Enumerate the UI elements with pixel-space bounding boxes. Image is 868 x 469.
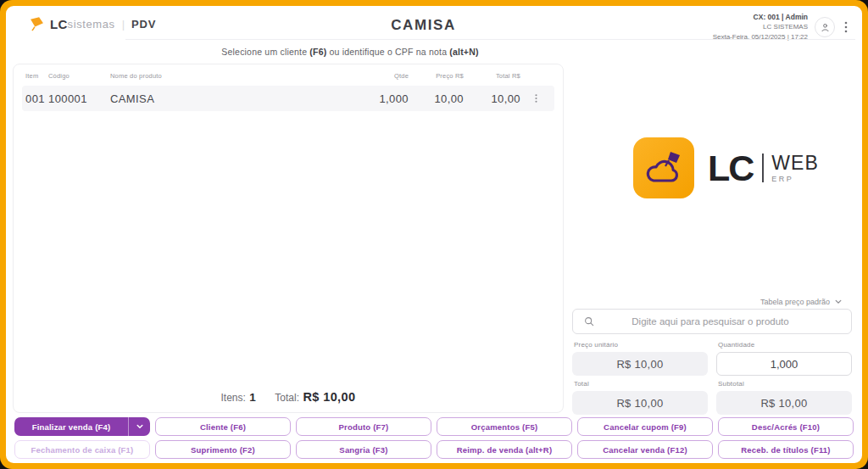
finalizar-venda-label: Finalizar venda (F4) <box>14 422 128 432</box>
logo-divider <box>762 154 764 182</box>
cliente-button[interactable]: Cliente (F6) <box>155 417 291 436</box>
search-icon <box>583 315 595 327</box>
cancelar-cupom-button[interactable]: Cancelar cupom (F9) <box>577 417 713 436</box>
orcamentos-button[interactable]: Orçamentos (F5) <box>437 417 572 436</box>
cell-nome: CAMISA <box>110 92 349 105</box>
cell-item: 001 <box>25 92 48 105</box>
action-bar: Finalizar venda (F4) Cliente (F6) Produt… <box>14 417 854 459</box>
sangria-button[interactable]: Sangria (F3) <box>296 440 431 459</box>
desc-acres-button[interactable]: Desc/Acrés (F10) <box>718 417 854 436</box>
hint-key-altn: (alt+N) <box>449 47 478 57</box>
col-preco: Preço R$ <box>409 72 464 80</box>
produto-button[interactable]: Produto (F7) <box>296 417 431 436</box>
subtotal-value: R$ 10,00 <box>716 391 852 415</box>
receb-titulos-button[interactable]: Receb. de títulos (F11) <box>718 440 854 459</box>
price-table-dropdown[interactable]: Tabela preço padrão <box>760 298 842 306</box>
itens-value: 1 <box>249 391 256 404</box>
row-menu-button[interactable] <box>520 93 551 103</box>
lc-web-erp-logo: LC WEB ERP <box>633 137 819 198</box>
fechamento-caixa-button[interactable]: Fechamento de caixa (F1) <box>14 440 150 459</box>
total-field-value: R$ 10,00 <box>572 391 708 415</box>
header-divider <box>125 39 855 40</box>
person-icon <box>820 22 831 33</box>
cell-qtde: 1,000 <box>349 92 409 105</box>
unit-price-label: Preço unitário <box>574 341 708 349</box>
session-info: CX: 001 | Admin LC SISTEMAS Sexta-Feira,… <box>713 12 808 42</box>
sale-fields: Preço unitário R$ 10,00 Quantidade Total… <box>572 337 852 415</box>
finalizar-venda-dropdown[interactable] <box>128 417 150 436</box>
table-header-row: Item Código Nome do produto Qtde Preço R… <box>22 64 554 86</box>
unit-price-value: R$ 10,00 <box>572 352 708 376</box>
col-item: Item <box>25 72 48 80</box>
price-table-label: Tabela preço padrão <box>760 298 830 306</box>
totals-bar: Itens: 1 Total: R$ 10,00 <box>14 389 563 405</box>
client-hint: Selecione um cliente (F6) ou identifique… <box>6 47 694 57</box>
cell-codigo: 100001 <box>48 92 110 105</box>
hint-key-f6: (F6) <box>309 47 326 57</box>
cancelar-venda-button[interactable]: Cancelar venda (F12) <box>577 440 713 459</box>
items-table: Item Código Nome do produto Qtde Preço R… <box>13 64 564 413</box>
kebab-icon <box>535 93 537 103</box>
total-value: R$ 10,00 <box>303 390 355 404</box>
product-search-box <box>572 309 852 334</box>
hint-text-2: ou identifique o CPF na nota <box>326 47 449 57</box>
subtotal-label: Subtotal <box>718 380 852 388</box>
pdv-page: LCsistemas | PDV CAMISA CX: 001 | Admin … <box>6 6 862 463</box>
app-frame: LCsistemas | PDV CAMISA CX: 001 | Admin … <box>0 0 868 469</box>
header-menu-button[interactable] <box>841 21 851 33</box>
cell-total: 10,00 <box>464 92 520 105</box>
quantity-input[interactable] <box>717 353 851 375</box>
reimp-venda-button[interactable]: Reimp. de venda (alt+R) <box>437 440 572 459</box>
itens-label: Itens: <box>221 392 246 404</box>
session-cashier: CX: 001 | Admin <box>713 12 808 22</box>
cloud-kite-icon <box>633 137 694 198</box>
product-search-input[interactable] <box>595 316 851 327</box>
total-label: Total: <box>275 392 299 404</box>
col-total: Total R$ <box>464 72 520 80</box>
quantity-field <box>716 352 852 376</box>
hint-text: Selecione um cliente <box>221 47 309 57</box>
col-nome: Nome do produto <box>110 72 349 80</box>
chevron-down-icon <box>136 424 143 429</box>
suprimento-button[interactable]: Suprimento (F2) <box>155 440 291 459</box>
user-button[interactable] <box>815 17 835 37</box>
total-field-label: Total <box>574 380 708 388</box>
session-company: LC SISTEMAS <box>713 22 808 32</box>
kebab-icon <box>844 21 848 33</box>
logo-erp-text: ERP <box>771 175 818 183</box>
col-qtde: Qtde <box>349 72 409 80</box>
quantity-label: Quantidade <box>718 341 852 349</box>
logo-lc-text: LC <box>708 148 753 189</box>
cell-preco: 10,00 <box>409 92 464 105</box>
col-codigo: Código <box>48 72 110 80</box>
logo-web-text: WEB <box>771 154 818 173</box>
table-row[interactable]: 001 100001 CAMISA 1,000 10,00 10,00 <box>22 86 554 111</box>
chevron-down-icon <box>835 299 842 304</box>
session-datetime: Sexta-Feira, 05/12/2025 | 17:22 <box>713 32 808 42</box>
finalizar-venda-button[interactable]: Finalizar venda (F4) <box>14 417 150 436</box>
